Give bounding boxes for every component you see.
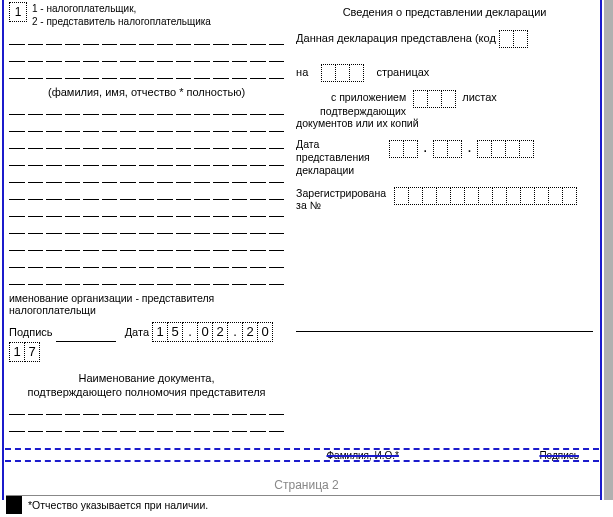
right-column: Сведения о представлении декларации Данн… [290, 0, 599, 470]
left-column: 1 1 - налогоплательщик, 2 - представител… [5, 0, 290, 470]
registration-row: Зарегистрирована за № [296, 187, 593, 211]
taxpayer-code-box: 1 [9, 2, 27, 22]
dash-row [9, 35, 284, 45]
doc-subtitle: подтверждающего полномочия представителя [9, 386, 284, 398]
footnote-bar: * Отчество указывается при наличии. [6, 495, 600, 513]
right-bottom-line [296, 331, 593, 332]
org-caption: именование организации - представителя н… [9, 292, 284, 316]
signature-line [56, 330, 116, 342]
submitted-row: Данная декларация представлена (код [296, 30, 593, 48]
declaration-date-row: Дата представления декларации . . [296, 138, 593, 177]
attachments-block: с приложением подтверждающих листах доку… [296, 90, 593, 130]
taxpayer-legend: 1 - налогоплательщик, 2 - представитель … [32, 2, 211, 28]
right-title: Сведения о представлении декларации [296, 6, 593, 18]
pages-row: на страницах [296, 64, 593, 82]
footnote-marker [6, 496, 22, 514]
doc-title: Наименование документа, [9, 372, 284, 384]
page-number: Страница 2 [0, 478, 613, 492]
dashed-separator-2 [5, 460, 599, 462]
fio-caption: (фамилия, имя, отчество * полностью) [9, 86, 284, 98]
signature-date-row: Подпись Дата 15.02.2017 [9, 322, 284, 362]
